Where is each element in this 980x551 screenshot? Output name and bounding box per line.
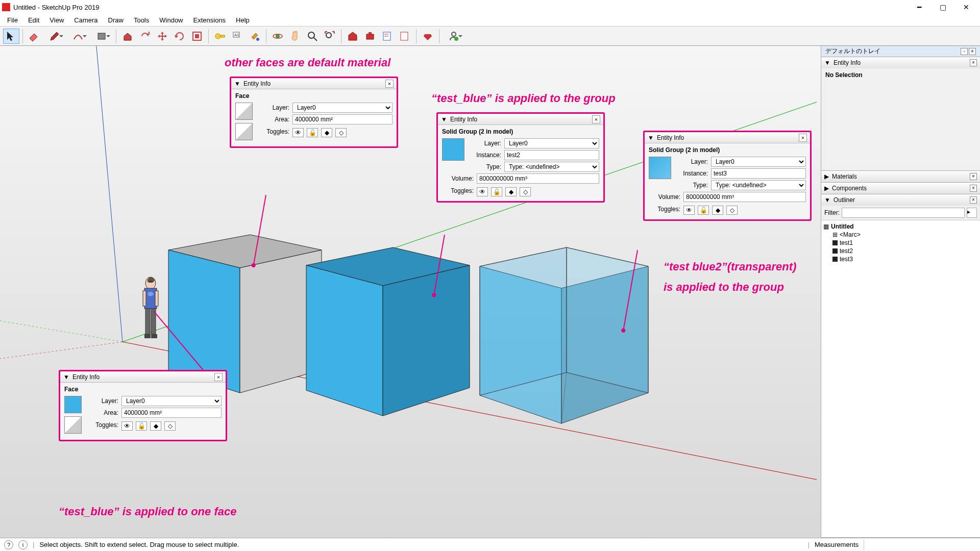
zoom-tool[interactable] bbox=[304, 29, 321, 44]
layer-select[interactable]: Layer0 bbox=[711, 157, 806, 167]
menu-edit[interactable]: Edit bbox=[23, 15, 44, 25]
warehouse-tool[interactable] bbox=[345, 29, 361, 44]
toggle-visible-icon[interactable]: 👁 bbox=[683, 206, 695, 215]
toggle-shadow-icon[interactable]: ◆ bbox=[712, 206, 723, 215]
tray-pin-icon[interactable]: ▫ bbox=[961, 48, 968, 55]
front-material-swatch[interactable] bbox=[64, 396, 82, 413]
toggle-shadow-icon[interactable]: ◆ bbox=[321, 128, 332, 137]
outliner-header[interactable]: ▼ Outliner× bbox=[821, 194, 980, 206]
type-select[interactable]: Type: <undefined> bbox=[711, 180, 806, 190]
toggle-cast-icon[interactable]: ◇ bbox=[335, 128, 347, 137]
toggle-lock-icon[interactable]: 🔓 bbox=[698, 206, 709, 215]
toggle-visible-icon[interactable]: 👁 bbox=[292, 128, 304, 137]
text-tool[interactable]: A1 bbox=[229, 29, 246, 44]
tree-item-test2[interactable]: test2 bbox=[823, 247, 978, 255]
rotate-tool[interactable] bbox=[172, 29, 188, 44]
area-field[interactable] bbox=[292, 114, 393, 124]
entity-info-header[interactable]: ▼ Entity Info× bbox=[821, 57, 980, 68]
add-loc-tool[interactable] bbox=[397, 29, 413, 44]
tree-item-test1[interactable]: test1 bbox=[823, 239, 978, 247]
type-select[interactable]: Type: <undefined> bbox=[504, 162, 599, 172]
material-swatch[interactable] bbox=[442, 138, 464, 161]
filter-input[interactable] bbox=[842, 208, 965, 218]
menu-file[interactable]: File bbox=[2, 15, 23, 25]
section-close-icon[interactable]: × bbox=[970, 185, 977, 192]
panel-titlebar[interactable]: ▼ Entity Info× bbox=[438, 114, 603, 125]
entity-info-panel-2[interactable]: ▼ Entity Info× Face Layer:Layer0 Area: T… bbox=[59, 370, 227, 441]
menu-tools[interactable]: Tools bbox=[129, 15, 154, 25]
measurements-box[interactable] bbox=[864, 540, 976, 550]
front-material-swatch[interactable] bbox=[235, 103, 253, 120]
tape-tool[interactable] bbox=[212, 29, 228, 44]
menu-help[interactable]: Help bbox=[231, 15, 255, 25]
back-material-swatch[interactable] bbox=[64, 416, 82, 434]
orbit-tool[interactable] bbox=[270, 29, 286, 44]
filter-menu-button[interactable]: ▸ bbox=[967, 208, 977, 218]
menu-view[interactable]: View bbox=[44, 15, 69, 25]
material-swatch[interactable] bbox=[649, 157, 671, 179]
toggle-lock-icon[interactable]: 🔓 bbox=[136, 421, 147, 431]
entity-info-panel-3[interactable]: ▼ Entity Info× Solid Group (2 in model) … bbox=[436, 112, 605, 203]
arc-tool[interactable] bbox=[67, 29, 89, 44]
pencil-tool[interactable] bbox=[43, 29, 66, 44]
select-tool[interactable] bbox=[3, 29, 19, 44]
panel-titlebar[interactable]: ▼ Entity Info× bbox=[60, 371, 226, 383]
close-button[interactable]: ✕ bbox=[954, 0, 978, 14]
maximize-button[interactable]: ▢ bbox=[931, 0, 954, 14]
section-close-icon[interactable]: × bbox=[970, 173, 977, 180]
panel-close-icon[interactable]: × bbox=[799, 134, 807, 142]
menu-camera[interactable]: Camera bbox=[69, 15, 103, 25]
toggle-visible-icon[interactable]: 👁 bbox=[477, 187, 488, 196]
menu-draw[interactable]: Draw bbox=[103, 15, 129, 25]
toggle-shadow-icon[interactable]: ◆ bbox=[505, 187, 517, 196]
offset-tool[interactable] bbox=[137, 29, 153, 44]
layer-select[interactable]: Layer0 bbox=[292, 103, 393, 113]
shape-tool[interactable] bbox=[90, 29, 113, 44]
entity-info-panel-1[interactable]: ▼ Entity Info× Face Layer:Layer0 Area: T… bbox=[230, 77, 398, 148]
toggle-cast-icon[interactable]: ◇ bbox=[726, 206, 738, 215]
panel-close-icon[interactable]: × bbox=[592, 115, 600, 123]
back-material-swatch[interactable] bbox=[235, 123, 253, 140]
zoom-extents-tool[interactable] bbox=[322, 29, 338, 44]
volume-field[interactable] bbox=[477, 173, 599, 184]
eraser-tool[interactable] bbox=[26, 29, 42, 44]
layer-select[interactable]: Layer0 bbox=[504, 138, 599, 148]
instance-field[interactable] bbox=[504, 150, 599, 160]
toggle-visible-icon[interactable]: 👁 bbox=[121, 421, 133, 431]
panel-close-icon[interactable]: × bbox=[214, 373, 223, 381]
move-tool[interactable] bbox=[154, 29, 170, 44]
section-close-icon[interactable]: × bbox=[970, 59, 977, 66]
entity-info-panel-4[interactable]: ▼ Entity Info× Solid Group (2 in model) … bbox=[643, 131, 812, 221]
volume-field[interactable] bbox=[683, 192, 806, 202]
instance-field[interactable] bbox=[711, 168, 806, 179]
menu-extensions[interactable]: Extensions bbox=[188, 15, 231, 25]
toggle-shadow-icon[interactable]: ◆ bbox=[150, 421, 161, 431]
components-header[interactable]: ▶ Components× bbox=[821, 183, 980, 194]
layer-select[interactable]: Layer0 bbox=[121, 396, 222, 406]
tree-root[interactable]: ▦ Untitled bbox=[823, 222, 978, 231]
panel-titlebar[interactable]: ▼ Entity Info× bbox=[231, 78, 397, 89]
panel-titlebar[interactable]: ▼ Entity Info× bbox=[645, 132, 810, 143]
toggle-cast-icon[interactable]: ◇ bbox=[164, 421, 176, 431]
info-icon[interactable]: i bbox=[18, 540, 28, 549]
scale-tool[interactable] bbox=[189, 29, 205, 44]
paint-tool[interactable] bbox=[247, 29, 263, 44]
help-icon[interactable]: ? bbox=[4, 540, 13, 549]
section-close-icon[interactable]: × bbox=[970, 196, 977, 204]
tray-close-icon[interactable]: × bbox=[969, 48, 976, 55]
tray-title[interactable]: デフォルトのトレイ ▫× bbox=[821, 46, 980, 57]
ruby-tool[interactable] bbox=[420, 29, 436, 44]
minimize-button[interactable]: ━ bbox=[908, 0, 931, 14]
tree-item-test3[interactable]: test3 bbox=[823, 255, 978, 263]
tree-item-marc[interactable]: ⊞ <Marc> bbox=[823, 231, 978, 239]
toggle-cast-icon[interactable]: ◇ bbox=[520, 187, 531, 196]
layout-tool[interactable] bbox=[379, 29, 396, 44]
user-tool[interactable] bbox=[443, 29, 465, 44]
area-field[interactable] bbox=[121, 408, 222, 418]
menu-window[interactable]: Window bbox=[154, 15, 188, 25]
toggle-lock-icon[interactable]: 🔓 bbox=[491, 187, 502, 196]
pushpull-tool[interactable] bbox=[119, 29, 136, 44]
viewport[interactable]: other faces are default material “test_b… bbox=[0, 46, 821, 538]
extension-tool[interactable] bbox=[362, 29, 378, 44]
pan-tool[interactable] bbox=[287, 29, 303, 44]
